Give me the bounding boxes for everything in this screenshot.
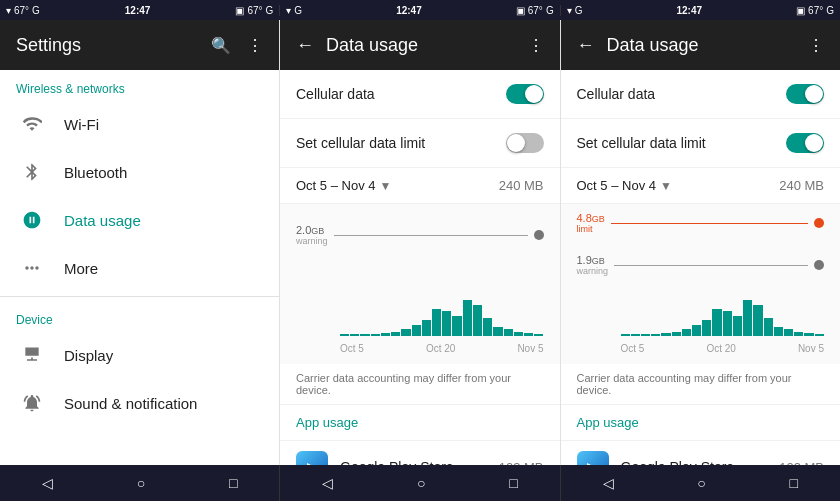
- bar: [631, 334, 640, 336]
- sidebar-item-bluetooth[interactable]: Bluetooth: [0, 148, 279, 196]
- bar: [524, 333, 533, 336]
- status-right-1: ▣ 67° G: [235, 5, 273, 16]
- chart-2: 4.8GB limit 1.9GB warning: [561, 204, 841, 364]
- bar: [794, 332, 803, 337]
- warning-h-line-1: [334, 235, 528, 236]
- sidebar-item-more[interactable]: More: [0, 244, 279, 292]
- g-badge-1: G: [266, 5, 274, 16]
- toggle-knob-1: [525, 85, 543, 103]
- recent-button-3[interactable]: □: [778, 469, 810, 497]
- date-range-2: Oct 5 – Nov 4: [577, 178, 656, 193]
- status-bar: ▾ 67° G 12:47 ▣ 67° G ▾ G 12:47 ▣ 67° G …: [0, 0, 840, 20]
- signal-icon-1: ▾: [6, 5, 11, 16]
- cellular-data-row-2: Cellular data: [561, 70, 841, 119]
- limit-dot-2: [814, 218, 824, 228]
- sidebar-item-display[interactable]: Display: [0, 331, 279, 379]
- app-icon-1: ▶: [296, 451, 328, 465]
- sidebar: Settings 🔍 ⋮ Wireless & networks Wi-Fi B…: [0, 20, 280, 465]
- bar: [534, 334, 543, 336]
- cellular-limit-toggle-2[interactable]: [786, 133, 824, 153]
- limit-h-line-2: [611, 223, 808, 224]
- sidebar-item-datausage[interactable]: Data usage: [0, 196, 279, 244]
- time-3: 12:47: [676, 5, 702, 16]
- panel-1: ← Data usage ⋮ Cellular data Set cellula…: [280, 20, 561, 465]
- bar: [784, 329, 793, 336]
- bluetooth-label: Bluetooth: [64, 164, 127, 181]
- app-usage-link-2[interactable]: App usage: [561, 405, 841, 441]
- more-icon: [16, 258, 48, 278]
- chart-axis-1: Oct 5 Oct 20 Nov 5: [340, 343, 544, 354]
- app-usage-link-1[interactable]: App usage: [280, 405, 560, 441]
- main-layout: Settings 🔍 ⋮ Wireless & networks Wi-Fi B…: [0, 20, 840, 465]
- bar: [340, 334, 349, 336]
- date-selector-2[interactable]: Oct 5 – Nov 4 ▼: [577, 178, 672, 193]
- axis-label-6: Nov 5: [798, 343, 824, 354]
- sound-icon: [16, 393, 48, 413]
- panel-1-back-icon[interactable]: ←: [296, 35, 314, 56]
- bar: [412, 325, 421, 336]
- panel-1-header-left: ← Data usage: [296, 35, 418, 56]
- date-selector-1[interactable]: Oct 5 – Nov 4 ▼: [296, 178, 391, 193]
- cellular-limit-row-1: Set cellular data limit: [280, 119, 560, 168]
- bar: [774, 327, 783, 336]
- panel-1-more-icon[interactable]: ⋮: [528, 36, 544, 55]
- device-section-label: Device: [0, 301, 279, 331]
- bar: [733, 316, 742, 336]
- sidebar-item-wifi[interactable]: Wi-Fi: [0, 100, 279, 148]
- date-row-1: Oct 5 – Nov 4 ▼ 240 MB: [280, 168, 560, 204]
- sidebar-item-sound[interactable]: Sound & notification: [0, 379, 279, 427]
- home-button-2[interactable]: ○: [405, 469, 437, 497]
- date-range-1: Oct 5 – Nov 4: [296, 178, 375, 193]
- back-button-1[interactable]: ◁: [30, 469, 65, 497]
- axis-label-5: Oct 20: [706, 343, 735, 354]
- app-row-1: ▶ Google Play Store 103 MB: [280, 441, 560, 465]
- bar: [473, 305, 482, 337]
- cellular-data-toggle-1[interactable]: [506, 84, 544, 104]
- cellular-limit-toggle-1[interactable]: [506, 133, 544, 153]
- network-badge-2: 67°: [528, 5, 543, 16]
- more-options-icon[interactable]: ⋮: [247, 36, 263, 55]
- bar: [360, 334, 369, 336]
- bar: [682, 329, 691, 336]
- panel-2-header: ← Data usage ⋮: [561, 20, 841, 70]
- back-button-3[interactable]: ◁: [591, 469, 626, 497]
- cellular-limit-label-1: Set cellular data limit: [296, 135, 425, 151]
- recent-button-1[interactable]: □: [217, 469, 249, 497]
- display-label: Display: [64, 347, 113, 364]
- g-badge-2: G: [546, 5, 554, 16]
- sidebar-header-icons: 🔍 ⋮: [211, 36, 263, 55]
- bar: [621, 334, 630, 336]
- cellular-data-toggle-2[interactable]: [786, 84, 824, 104]
- back-button-2[interactable]: ◁: [310, 469, 345, 497]
- sidebar-title: Settings: [16, 35, 81, 56]
- network-badge-3: 67°: [808, 5, 823, 16]
- data-amount-1: 240 MB: [499, 178, 544, 193]
- datausage-label: Data usage: [64, 212, 141, 229]
- status-segment-1: ▾ 67° G 12:47 ▣ 67° G: [0, 5, 280, 16]
- bluetooth-icon: [16, 162, 48, 182]
- bar: [764, 318, 773, 336]
- display-icon: [16, 345, 48, 365]
- date-dropdown-arrow-2: ▼: [660, 179, 672, 193]
- home-button-1[interactable]: ○: [125, 469, 157, 497]
- limit-label-2: 4.8GB limit: [577, 212, 605, 235]
- bar: [815, 334, 824, 336]
- cellular-limit-row-2: Set cellular data limit: [561, 119, 841, 168]
- bar: [504, 329, 513, 336]
- bar: [804, 333, 813, 336]
- bar: [391, 332, 400, 337]
- battery-icon-1: ▣: [235, 5, 244, 16]
- network-icon-3: G: [575, 5, 583, 16]
- bar: [753, 305, 762, 337]
- warning-label-2: 1.9GB warning: [577, 254, 609, 277]
- search-icon[interactable]: 🔍: [211, 36, 231, 55]
- panel-2-back-icon[interactable]: ←: [577, 35, 595, 56]
- bottom-nav-segment-2: ◁ ○ □: [280, 465, 560, 501]
- status-segment-2: ▾ G 12:47 ▣ 67° G: [280, 5, 560, 16]
- panel-2-more-icon[interactable]: ⋮: [808, 36, 824, 55]
- panel-2-header-left: ← Data usage: [577, 35, 699, 56]
- recent-button-2[interactable]: □: [497, 469, 529, 497]
- home-button-3[interactable]: ○: [685, 469, 717, 497]
- sound-label: Sound & notification: [64, 395, 197, 412]
- axis-label-4: Oct 5: [621, 343, 645, 354]
